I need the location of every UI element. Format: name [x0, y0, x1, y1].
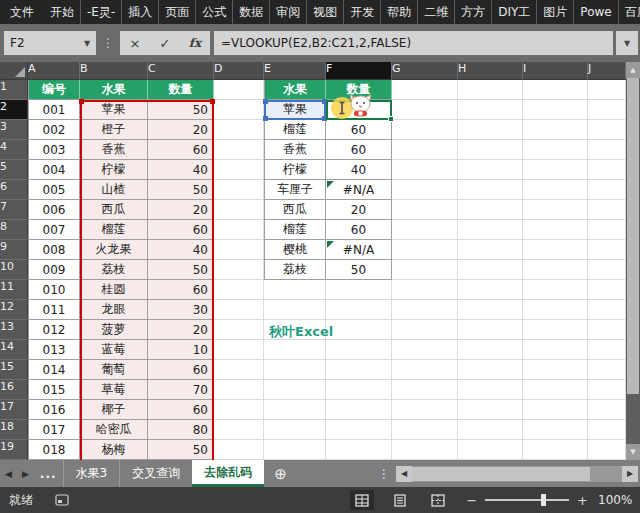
cell-D3[interactable] — [214, 120, 264, 140]
cancel-entry-icon[interactable]: × — [120, 36, 150, 51]
scroll-up-icon[interactable]: ▲ — [626, 62, 640, 78]
cell-E9[interactable]: 樱桃 — [264, 240, 326, 260]
cell-H8[interactable] — [458, 220, 523, 240]
cell-D5[interactable] — [214, 160, 264, 180]
cell-H6[interactable] — [458, 180, 523, 200]
cell-J19[interactable] — [588, 440, 626, 460]
cell-B16[interactable]: 草莓 — [80, 380, 148, 400]
ribbon-tab-12[interactable]: 二维 — [417, 0, 454, 24]
cell-F6[interactable]: #N/A — [326, 180, 392, 200]
sheet-nav-left-icon[interactable]: ◀ — [0, 460, 17, 487]
cell-A16[interactable]: 015 — [28, 380, 80, 400]
cell-F18[interactable] — [326, 420, 392, 440]
cell-J18[interactable] — [588, 420, 626, 440]
cell-H1[interactable] — [458, 80, 523, 100]
cell-B2[interactable]: 苹果 — [80, 100, 148, 120]
cell-B11[interactable]: 桂圆 — [80, 280, 148, 300]
row-header-7[interactable]: 7 — [0, 200, 28, 220]
cell-A7[interactable]: 006 — [28, 200, 80, 220]
cell-D12[interactable] — [214, 300, 264, 320]
cell-I4[interactable] — [523, 140, 588, 160]
tabbar-splitter[interactable]: ⋮ — [372, 460, 396, 487]
confirm-entry-icon[interactable]: ✓ — [150, 36, 180, 51]
cell-C13[interactable]: 20 — [148, 320, 214, 340]
cell-G13[interactable] — [392, 320, 458, 340]
cell-C14[interactable]: 10 — [148, 340, 214, 360]
zoom-level[interactable]: 100% — [598, 493, 640, 507]
insert-function-icon[interactable]: fx — [180, 36, 210, 50]
cell-G1[interactable] — [392, 80, 458, 100]
cell-D1[interactable] — [214, 80, 264, 100]
cell-H17[interactable] — [458, 400, 523, 420]
name-box[interactable]: F2 ▼ — [4, 31, 96, 55]
cell-J5[interactable] — [588, 160, 626, 180]
cell-H18[interactable] — [458, 420, 523, 440]
cell-D7[interactable] — [214, 200, 264, 220]
cell-B18[interactable]: 哈密瓜 — [80, 420, 148, 440]
ribbon-tab-10[interactable]: 开发 — [343, 0, 380, 24]
row-header-4[interactable]: 4 — [0, 140, 28, 160]
cell-I10[interactable] — [523, 260, 588, 280]
cell-H14[interactable] — [458, 340, 523, 360]
page-break-view-icon[interactable] — [426, 490, 450, 510]
cell-J6[interactable] — [588, 180, 626, 200]
cell-G11[interactable] — [392, 280, 458, 300]
cell-G10[interactable] — [392, 260, 458, 280]
cell-B10[interactable]: 荔枝 — [80, 260, 148, 280]
cell-G16[interactable] — [392, 380, 458, 400]
cell-F4[interactable]: 60 — [326, 140, 392, 160]
cell-C3[interactable]: 20 — [148, 120, 214, 140]
cell-H19[interactable] — [458, 440, 523, 460]
cell-D11[interactable] — [214, 280, 264, 300]
cell-D16[interactable] — [214, 380, 264, 400]
normal-view-icon[interactable] — [350, 490, 374, 510]
cell-J4[interactable] — [588, 140, 626, 160]
row-header-8[interactable]: 8 — [0, 220, 28, 240]
cell-D19[interactable] — [214, 440, 264, 460]
column-header-I[interactable]: I — [523, 62, 588, 80]
cell-F9[interactable]: #N/A — [326, 240, 392, 260]
cell-I9[interactable] — [523, 240, 588, 260]
zoom-slider-thumb[interactable] — [541, 494, 546, 506]
sheet-tab-去除乱码[interactable]: 去除乱码 — [192, 460, 264, 487]
cell-F16[interactable] — [326, 380, 392, 400]
cell-J13[interactable] — [588, 320, 626, 340]
cell-E10[interactable]: 荔枝 — [264, 260, 326, 280]
sheet-tab-水果3[interactable]: 水果3 — [63, 460, 120, 487]
cell-A14[interactable]: 013 — [28, 340, 80, 360]
row-header-12[interactable]: 12 — [0, 300, 28, 320]
cell-B19[interactable]: 杨梅 — [80, 440, 148, 460]
cell-F7[interactable]: 20 — [326, 200, 392, 220]
scroll-right-icon[interactable]: ▶ — [622, 466, 638, 482]
ribbon-tab-9[interactable]: 视图 — [306, 0, 343, 24]
row-header-16[interactable]: 16 — [0, 380, 28, 400]
cell-I1[interactable] — [523, 80, 588, 100]
cell-H9[interactable] — [458, 240, 523, 260]
cell-A19[interactable]: 018 — [28, 440, 80, 460]
ribbon-tab-15[interactable]: 图片 — [536, 0, 573, 24]
cell-C2[interactable]: 50 — [148, 100, 214, 120]
cell-I3[interactable] — [523, 120, 588, 140]
cell-A9[interactable]: 008 — [28, 240, 80, 260]
cell-E11[interactable] — [264, 280, 326, 300]
ribbon-tab-8[interactable]: 审阅 — [269, 0, 306, 24]
cell-F17[interactable] — [326, 400, 392, 420]
ribbon-tab-1[interactable]: 文件 — [0, 0, 44, 24]
cell-C1[interactable]: 数量 — [148, 80, 214, 100]
cell-C15[interactable]: 60 — [148, 360, 214, 380]
cell-B14[interactable]: 蓝莓 — [80, 340, 148, 360]
horizontal-scrollbar[interactable]: ◀ ▶ — [396, 465, 638, 482]
cell-G12[interactable] — [392, 300, 458, 320]
cell-J10[interactable] — [588, 260, 626, 280]
formula-bar-expand-icon[interactable]: ▼ — [616, 31, 638, 55]
cell-J2[interactable] — [588, 100, 626, 120]
cell-J16[interactable] — [588, 380, 626, 400]
cell-C17[interactable]: 60 — [148, 400, 214, 420]
cell-E1[interactable]: 水果 — [264, 80, 326, 100]
row-header-11[interactable]: 11 — [0, 280, 28, 300]
cell-A11[interactable]: 010 — [28, 280, 80, 300]
row-header-19[interactable]: 19 — [0, 440, 28, 460]
sheet-overflow-dots[interactable]: ... — [34, 460, 63, 487]
cell-G7[interactable] — [392, 200, 458, 220]
cell-H12[interactable] — [458, 300, 523, 320]
